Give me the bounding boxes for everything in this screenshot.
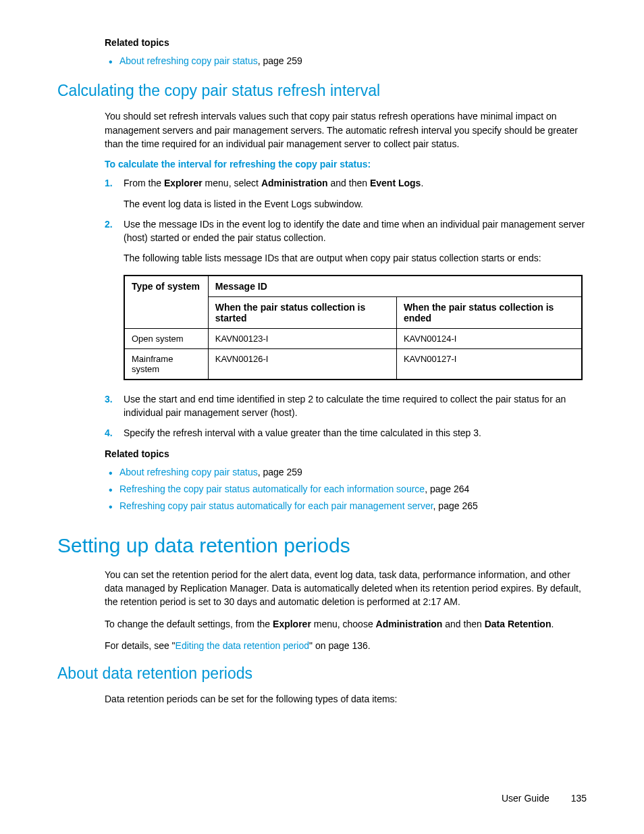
retention-paragraph-1: You can set the retention period for the… bbox=[105, 568, 587, 609]
related-topics-heading-2: Related topics bbox=[105, 448, 587, 459]
list-item: Refreshing the copy pair status automati… bbox=[105, 481, 587, 496]
col-started: When the pair status collection is start… bbox=[208, 296, 396, 328]
list-item: About refreshing copy pair status, page … bbox=[105, 465, 587, 479]
link-refreshing-status[interactable]: About refreshing copy pair status bbox=[119, 467, 258, 477]
cell-started: KAVN00126-I bbox=[208, 348, 396, 380]
step-3: Use the start and end time identified in… bbox=[105, 392, 587, 420]
col-type: Type of system bbox=[124, 276, 208, 329]
text: For details, see " bbox=[105, 640, 176, 651]
intro-paragraph: You should set refresh intervals values … bbox=[105, 109, 587, 151]
step-2: Use the message IDs in the event log to … bbox=[105, 217, 587, 265]
footer-page-number: 135 bbox=[571, 793, 587, 804]
heading-calculating-interval: Calculating the copy pair status refresh… bbox=[57, 82, 587, 100]
procedure-heading: To calculate the interval for refreshing… bbox=[105, 159, 587, 170]
menu-data-retention: Data Retention bbox=[485, 619, 552, 629]
about-retention-paragraph: Data retention periods can be set for th… bbox=[105, 692, 587, 706]
step-text: and then bbox=[328, 178, 370, 188]
link-refreshing-auto-server[interactable]: Refreshing copy pair status automaticall… bbox=[119, 500, 433, 511]
text: and then bbox=[442, 619, 484, 629]
link-refreshing-auto-source[interactable]: Refreshing the copy pair status automati… bbox=[119, 484, 425, 494]
retention-paragraph-2: To change the default settings, from the… bbox=[105, 617, 587, 631]
table-row: Mainframe system KAVN00126-I KAVN00127-I bbox=[124, 348, 582, 380]
menu-administration: Administration bbox=[261, 178, 328, 188]
link-editing-retention[interactable]: Editing the data retention period bbox=[176, 640, 309, 651]
step-2-sub: The following table lists message IDs th… bbox=[124, 251, 587, 265]
cell-type: Mainframe system bbox=[124, 348, 208, 380]
cell-started: KAVN00123-I bbox=[208, 328, 396, 348]
procedure-list: From the Explorer menu, select Administr… bbox=[105, 176, 587, 265]
footer-guide-label: User Guide bbox=[502, 793, 549, 804]
menu-event-logs: Event Logs bbox=[370, 178, 421, 188]
step-text: Use the message IDs in the event log to … bbox=[124, 219, 585, 243]
link-suffix: , page 259 bbox=[258, 467, 302, 477]
cell-ended: KAVN00124-I bbox=[396, 328, 582, 348]
cell-ended: KAVN00127-I bbox=[396, 348, 582, 380]
link-refreshing-status[interactable]: About refreshing copy pair status bbox=[119, 55, 258, 66]
page-footer: User Guide 135 bbox=[502, 793, 587, 804]
step-text: From the bbox=[124, 178, 164, 188]
link-suffix: , page 264 bbox=[425, 484, 469, 494]
message-id-table: Type of system Message ID When the pair … bbox=[124, 275, 583, 380]
step-text: . bbox=[421, 178, 423, 188]
menu-explorer: Explorer bbox=[273, 619, 311, 629]
procedure-list-continued: Use the start and end time identified in… bbox=[105, 392, 587, 440]
list-item: About refreshing copy pair status, page … bbox=[105, 53, 587, 68]
heading-about-retention: About data retention periods bbox=[57, 664, 587, 683]
list-item: Refreshing copy pair status automaticall… bbox=[105, 498, 587, 513]
link-suffix: , page 259 bbox=[258, 55, 302, 66]
text: " on page 136. bbox=[309, 640, 371, 651]
step-4: Specify the refresh interval with a valu… bbox=[105, 426, 587, 440]
text: menu, choose bbox=[311, 619, 376, 629]
step-text: menu, select bbox=[203, 178, 261, 188]
menu-administration: Administration bbox=[376, 619, 443, 629]
cell-type: Open system bbox=[124, 328, 208, 348]
table-header-row: Type of system Message ID bbox=[124, 276, 582, 297]
step-1-sub: The event log data is listed in the Even… bbox=[124, 197, 587, 211]
table-row: Open system KAVN00123-I KAVN00124-I bbox=[124, 328, 582, 348]
link-suffix: , page 265 bbox=[433, 500, 478, 511]
related-topics-list-1: About refreshing copy pair status, page … bbox=[105, 53, 587, 68]
related-topics-heading-1: Related topics bbox=[105, 37, 587, 48]
text: To change the default settings, from the bbox=[105, 619, 273, 629]
heading-data-retention: Setting up data retention periods bbox=[57, 534, 587, 557]
text: . bbox=[551, 619, 554, 629]
step-1: From the Explorer menu, select Administr… bbox=[105, 176, 587, 211]
retention-paragraph-3: For details, see "Editing the data reten… bbox=[105, 639, 587, 652]
related-topics-list-2: About refreshing copy pair status, page … bbox=[105, 465, 587, 514]
menu-explorer: Explorer bbox=[164, 178, 203, 188]
col-msgid: Message ID bbox=[208, 276, 582, 297]
col-ended: When the pair status collection is ended bbox=[396, 296, 582, 328]
